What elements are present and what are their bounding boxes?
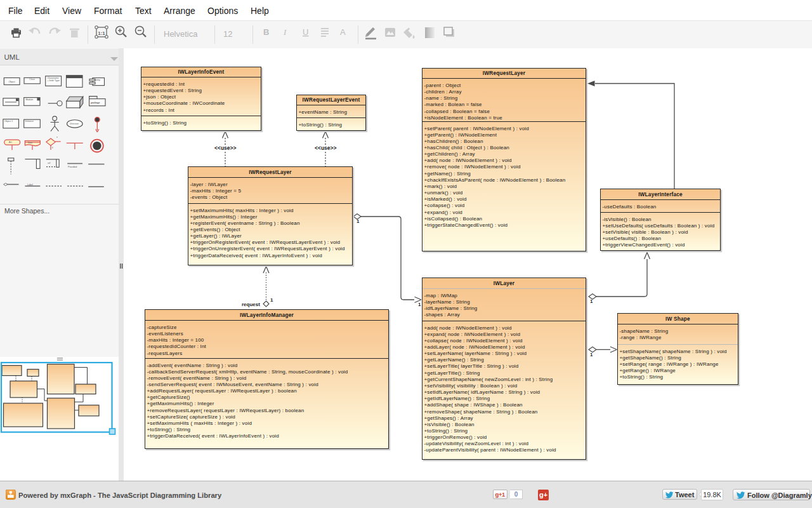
svg-text:Usecase: Usecase (70, 123, 79, 125)
svg-text:Act: Act (9, 141, 12, 144)
svg-text:Note: Note (28, 142, 32, 144)
svg-text:Object 1: Object 1 (4, 120, 13, 123)
svg-text:y: y (52, 146, 53, 149)
svg-text:Provided: Provided (68, 166, 77, 168)
svg-text:package: package (91, 102, 100, 104)
svg-text:A: A (340, 27, 346, 37)
svg-text:Object: Object (8, 81, 15, 83)
svg-text:x: x (56, 136, 58, 138)
svg-text:Classname: Classname (48, 77, 59, 79)
svg-text:I: I (283, 27, 287, 37)
svg-text:Instance: Instance (25, 120, 34, 123)
svg-text:B: B (263, 27, 269, 37)
svg-text:U: U (303, 27, 308, 37)
svg-text:1:1: 1:1 (98, 30, 105, 36)
svg-text:Label: Label (27, 184, 33, 186)
svg-text:Module: Module (26, 98, 34, 101)
svg-text:Class: Class (29, 78, 35, 81)
svg-text:Comp: Comp (95, 79, 101, 81)
svg-text:+ field: Type: + field: Type (48, 79, 60, 82)
svg-text:ref: ref (48, 162, 50, 164)
